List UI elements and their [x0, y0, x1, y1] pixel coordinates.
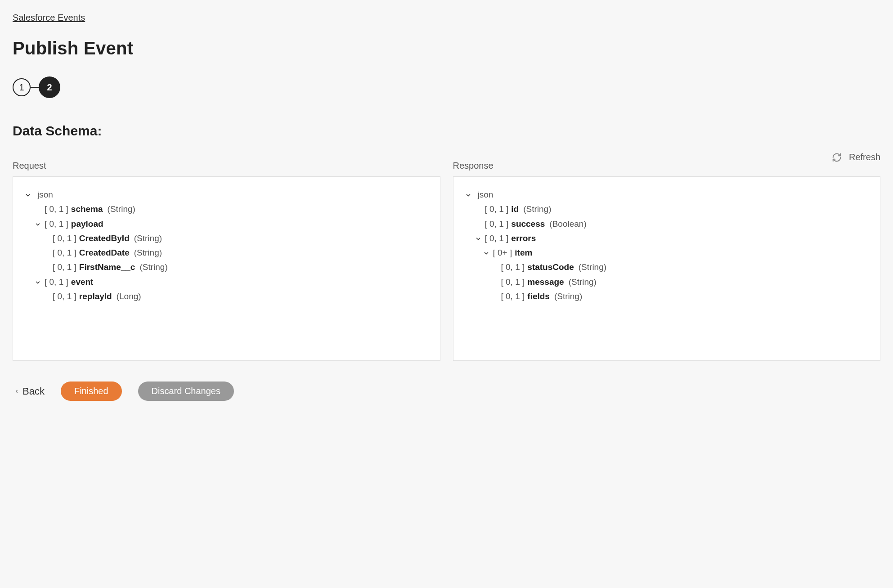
- cardinality: [ 0, 1 ]: [53, 231, 76, 246]
- tree-row-fields[interactable]: [ 0, 1 ] fields (String): [464, 289, 870, 304]
- field-name: message: [527, 275, 564, 289]
- tree-row-schema[interactable]: [ 0, 1 ] schema (String): [24, 202, 429, 216]
- back-label: Back: [22, 386, 45, 397]
- field-type: (String): [577, 260, 606, 274]
- chevron-down-icon[interactable]: [34, 279, 42, 286]
- request-header: Request: [13, 161, 440, 176]
- cardinality: [ 0, 1 ]: [53, 246, 76, 260]
- tree-row-replayid[interactable]: [ 0, 1 ] replayId (Long): [24, 289, 429, 304]
- field-type: (String): [132, 246, 162, 260]
- field-name: success: [511, 217, 545, 231]
- request-panel: json [ 0, 1 ] schema (String) [ 0, 1 ] p…: [13, 176, 440, 361]
- field-type: (String): [138, 260, 167, 274]
- field-type: (Long): [115, 289, 141, 304]
- response-panel: json [ 0, 1 ] id (String) [ 0, 1 ] succe…: [453, 176, 881, 361]
- cardinality: [ 0, 1 ]: [485, 217, 509, 231]
- chevron-down-icon[interactable]: [464, 192, 472, 198]
- tree-row-json[interactable]: json: [464, 188, 870, 202]
- tree-row-payload[interactable]: [ 0, 1 ] payload: [24, 217, 429, 231]
- chevron-down-icon[interactable]: [24, 192, 32, 198]
- tree-label: json: [35, 188, 53, 202]
- field-name: payload: [71, 217, 103, 231]
- cardinality: [ 0, 1 ]: [501, 275, 525, 289]
- field-name: errors: [511, 231, 536, 246]
- chevron-down-icon[interactable]: [34, 221, 42, 228]
- tree-row-success[interactable]: [ 0, 1 ] success (Boolean): [464, 217, 870, 231]
- field-type: (String): [552, 289, 582, 304]
- tree-row-createddate[interactable]: [ 0, 1 ] CreatedDate (String): [24, 246, 429, 260]
- tree-row-item[interactable]: [ 0+ ] item: [464, 246, 870, 260]
- field-type: (String): [132, 231, 162, 246]
- tree-label: json: [475, 188, 494, 202]
- tree-row-statuscode[interactable]: [ 0, 1 ] statusCode (String): [464, 260, 870, 274]
- field-name: CreatedDate: [79, 246, 130, 260]
- tree-row-message[interactable]: [ 0, 1 ] message (String): [464, 275, 870, 289]
- back-button[interactable]: Back: [13, 386, 45, 397]
- field-type: (Boolean): [547, 217, 586, 231]
- stepper-connector: [31, 87, 39, 88]
- field-type: (String): [567, 275, 597, 289]
- cardinality: [ 0, 1 ]: [485, 202, 509, 216]
- cardinality: [ 0, 1 ]: [45, 202, 68, 216]
- cardinality: [ 0, 1 ]: [45, 275, 68, 289]
- cardinality: [ 0, 1 ]: [45, 217, 68, 231]
- tree-row-id[interactable]: [ 0, 1 ] id (String): [464, 202, 870, 216]
- page-title: Publish Event: [13, 38, 880, 58]
- chevron-left-icon: [14, 388, 19, 395]
- cardinality: [ 0, 1 ]: [53, 260, 76, 274]
- tree-row-json[interactable]: json: [24, 188, 429, 202]
- field-name: event: [71, 275, 94, 289]
- breadcrumb-salesforce-events[interactable]: Salesforce Events: [13, 13, 85, 23]
- cardinality: [ 0+ ]: [493, 246, 512, 260]
- cardinality: [ 0, 1 ]: [501, 289, 525, 304]
- field-name: CreatedById: [79, 231, 130, 246]
- tree-row-firstname[interactable]: [ 0, 1 ] FirstName__c (String): [24, 260, 429, 274]
- field-type: (String): [106, 202, 135, 216]
- response-header: Response: [453, 161, 881, 176]
- field-name: statusCode: [527, 260, 574, 274]
- cardinality: [ 0, 1 ]: [501, 260, 525, 274]
- field-name: item: [515, 246, 532, 260]
- tree-row-event[interactable]: [ 0, 1 ] event: [24, 275, 429, 289]
- stepper: 1 2: [13, 76, 880, 98]
- discard-changes-button[interactable]: Discard Changes: [138, 382, 234, 401]
- section-data-schema-label: Data Schema:: [13, 123, 880, 139]
- cardinality: [ 0, 1 ]: [485, 231, 509, 246]
- field-name: id: [511, 202, 519, 216]
- field-name: replayId: [79, 289, 112, 304]
- tree-row-createdbyid[interactable]: [ 0, 1 ] CreatedById (String): [24, 231, 429, 246]
- field-type: (String): [521, 202, 551, 216]
- chevron-down-icon[interactable]: [482, 250, 490, 256]
- finished-button[interactable]: Finished: [61, 382, 122, 401]
- step-2[interactable]: 2: [39, 76, 60, 98]
- cardinality: [ 0, 1 ]: [53, 289, 76, 304]
- field-name: schema: [71, 202, 103, 216]
- field-name: FirstName__c: [79, 260, 135, 274]
- chevron-down-icon[interactable]: [474, 236, 482, 242]
- field-name: fields: [527, 289, 550, 304]
- step-1[interactable]: 1: [13, 78, 31, 96]
- tree-row-errors[interactable]: [ 0, 1 ] errors: [464, 231, 870, 246]
